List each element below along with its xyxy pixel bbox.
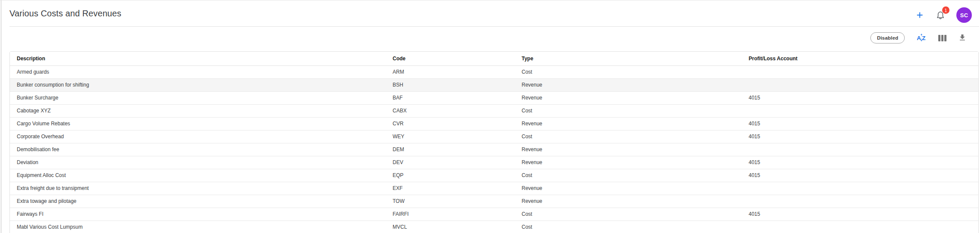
cell-type: Cost — [515, 130, 742, 143]
cell-code: BAF — [386, 91, 515, 104]
cell-type: Revenue — [515, 143, 742, 156]
cell-description: Cargo Volume Rebates — [10, 117, 386, 130]
cell-pl-account — [742, 221, 978, 233]
cell-description: Armed guards — [10, 65, 386, 78]
cell-pl-account — [742, 182, 978, 195]
table-body: Armed guardsARMCostBunker consumption fo… — [10, 65, 978, 233]
plus-icon — [915, 10, 925, 20]
column-header-type[interactable]: Type — [515, 52, 742, 65]
cell-pl-account — [742, 143, 978, 156]
cell-description: Extra freight due to transipment — [10, 182, 386, 195]
cell-type: Revenue — [515, 78, 742, 91]
cell-pl-account — [742, 78, 978, 91]
cell-pl-account: 4015 — [742, 208, 978, 221]
table-toolbar: Disabled A Z — [0, 32, 967, 44]
table-row[interactable]: Bunker SurchargeBAFRevenue4015 — [10, 91, 978, 104]
table-row[interactable]: Cabotage XYZCABXCost — [10, 104, 978, 117]
table-row[interactable]: Demobilisation feeDEMRevenue — [10, 143, 978, 156]
cell-description: Equipment Alloc Cost — [10, 169, 386, 182]
cell-description: Extra towage and pilotage — [10, 195, 386, 208]
cell-pl-account: 4015 — [742, 169, 978, 182]
cell-code: FAIRFI — [386, 208, 515, 221]
page-title: Various Costs and Revenues — [9, 9, 121, 19]
view-columns-icon — [938, 35, 946, 41]
cell-pl-account: 4015 — [742, 91, 978, 104]
cell-type: Revenue — [515, 91, 742, 104]
header-divider — [9, 26, 979, 27]
cell-pl-account: 4015 — [742, 130, 978, 143]
cell-code: EQP — [386, 169, 515, 182]
cell-description: Bunker consumption for shifting — [10, 78, 386, 91]
cell-type: Revenue — [515, 156, 742, 169]
cell-description: Fairways FI — [10, 208, 386, 221]
page-header: Various Costs and Revenues 1 SC — [0, 0, 980, 26]
cell-code: WEY — [386, 130, 515, 143]
cell-description: Corporate Overhead — [10, 130, 386, 143]
cell-description: Cabotage XYZ — [10, 104, 386, 117]
columns-button[interactable] — [938, 35, 946, 41]
cell-code: DEV — [386, 156, 515, 169]
download-icon — [958, 33, 967, 43]
sort-alphabetical-icon: A Z — [916, 32, 927, 44]
column-header-description[interactable]: Description — [10, 52, 386, 65]
avatar[interactable]: SC — [956, 7, 972, 23]
status-chip-disabled[interactable]: Disabled — [870, 32, 905, 43]
table-header-row: Description Code Type Profit/Loss Accoun… — [10, 52, 978, 65]
cell-code: CVR — [386, 117, 515, 130]
sort-alphabetical-button[interactable]: A Z — [916, 32, 927, 44]
cell-code: TOW — [386, 195, 515, 208]
cell-code: ARM — [386, 65, 515, 78]
column-header-code[interactable]: Code — [386, 52, 515, 65]
cell-code: EXF — [386, 182, 515, 195]
cell-type: Revenue — [515, 195, 742, 208]
cell-code: BSH — [386, 78, 515, 91]
table-row[interactable]: Cargo Volume RebatesCVRRevenue4015 — [10, 117, 978, 130]
table-row[interactable]: Fairways FIFAIRFICost4015 — [10, 208, 978, 221]
cell-description: Deviation — [10, 156, 386, 169]
header-actions: 1 SC — [915, 7, 972, 23]
cell-type: Cost — [515, 169, 742, 182]
cell-pl-account — [742, 104, 978, 117]
table-row[interactable]: Extra freight due to transipmentEXFReven… — [10, 182, 978, 195]
table-row[interactable]: Corporate OverheadWEYCost4015 — [10, 130, 978, 143]
add-button[interactable] — [915, 10, 925, 20]
table-row[interactable]: Equipment Alloc CostEQPCost4015 — [10, 169, 978, 182]
cell-pl-account — [742, 195, 978, 208]
cell-type: Cost — [515, 65, 742, 78]
column-header-pl-account[interactable]: Profit/Loss Account — [742, 52, 978, 65]
bell-icon: 1 — [935, 9, 946, 21]
notifications-button[interactable]: 1 — [935, 9, 946, 21]
svg-text:A: A — [917, 34, 921, 41]
svg-text:Z: Z — [922, 34, 925, 41]
cell-code: MVCL — [386, 221, 515, 233]
cell-description: Mabl Various Cost Lumpsum — [10, 221, 386, 233]
cell-pl-account — [742, 65, 978, 78]
table-row[interactable]: Armed guardsARMCost — [10, 65, 978, 78]
cell-type: Cost — [515, 221, 742, 233]
pane-edge-divider — [1, 0, 1, 233]
cell-type: Revenue — [515, 117, 742, 130]
cell-description: Demobilisation fee — [10, 143, 386, 156]
cell-code: DEM — [386, 143, 515, 156]
cell-type: Revenue — [515, 182, 742, 195]
cell-type: Cost — [515, 208, 742, 221]
cell-pl-account: 4015 — [742, 156, 978, 169]
cell-type: Cost — [515, 104, 742, 117]
table-row[interactable]: Mabl Various Cost LumpsumMVCLCost — [10, 221, 978, 233]
notification-badge: 1 — [942, 6, 949, 14]
cell-pl-account: 4015 — [742, 117, 978, 130]
cell-code: CABX — [386, 104, 515, 117]
table-row[interactable]: DeviationDEVRevenue4015 — [10, 156, 978, 169]
data-table: Description Code Type Profit/Loss Accoun… — [9, 51, 979, 233]
table-row[interactable]: Bunker consumption for shiftingBSHRevenu… — [10, 78, 978, 91]
cell-description: Bunker Surcharge — [10, 91, 386, 104]
table-row[interactable]: Extra towage and pilotageTOWRevenue — [10, 195, 978, 208]
download-button[interactable] — [958, 33, 967, 43]
